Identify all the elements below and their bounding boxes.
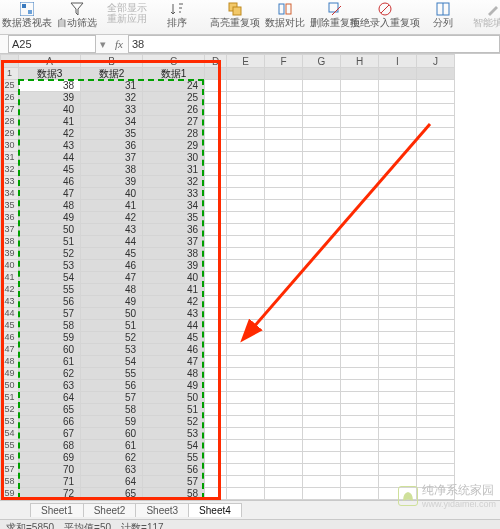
cell[interactable]: 43 bbox=[143, 308, 205, 320]
table-row[interactable]: 60 73 66 59 bbox=[1, 500, 455, 501]
cell[interactable] bbox=[417, 308, 455, 320]
row-header[interactable]: 34 bbox=[1, 188, 19, 200]
cell[interactable] bbox=[265, 452, 303, 464]
cell[interactable]: 53 bbox=[81, 344, 143, 356]
cell[interactable] bbox=[303, 320, 341, 332]
cell[interactable]: 57 bbox=[143, 476, 205, 488]
fx-icon[interactable]: fx bbox=[110, 38, 128, 50]
cmd-smart-fill[interactable]: 智能填充 bbox=[470, 2, 500, 28]
row-header[interactable]: 44 bbox=[1, 308, 19, 320]
cell[interactable] bbox=[417, 380, 455, 392]
table-row[interactable]: 48 61 54 47 bbox=[1, 356, 455, 368]
cell[interactable]: 72 bbox=[19, 488, 81, 500]
cell[interactable] bbox=[417, 428, 455, 440]
cell[interactable] bbox=[341, 200, 379, 212]
cell[interactable] bbox=[205, 260, 227, 272]
cell[interactable] bbox=[265, 344, 303, 356]
cell[interactable] bbox=[227, 260, 265, 272]
cell[interactable]: 43 bbox=[81, 224, 143, 236]
table-row[interactable]: 50 63 56 49 bbox=[1, 380, 455, 392]
cell[interactable]: 51 bbox=[143, 404, 205, 416]
cell[interactable] bbox=[205, 392, 227, 404]
cell[interactable]: 70 bbox=[19, 464, 81, 476]
cell[interactable] bbox=[265, 368, 303, 380]
cell[interactable]: 47 bbox=[19, 188, 81, 200]
cell[interactable] bbox=[341, 488, 379, 500]
cell[interactable] bbox=[341, 152, 379, 164]
cell[interactable]: 64 bbox=[19, 392, 81, 404]
cell[interactable] bbox=[303, 152, 341, 164]
cell[interactable] bbox=[303, 224, 341, 236]
cell[interactable] bbox=[205, 248, 227, 260]
cell[interactable] bbox=[303, 116, 341, 128]
cell[interactable] bbox=[341, 440, 379, 452]
cell[interactable] bbox=[379, 236, 417, 248]
row-header[interactable]: 33 bbox=[1, 176, 19, 188]
cell[interactable] bbox=[205, 200, 227, 212]
cell[interactable] bbox=[227, 452, 265, 464]
cell[interactable] bbox=[265, 80, 303, 92]
cell[interactable] bbox=[417, 272, 455, 284]
cell[interactable] bbox=[379, 68, 417, 80]
col-header[interactable]: F bbox=[265, 55, 303, 68]
cell[interactable]: 71 bbox=[19, 476, 81, 488]
column-header-row[interactable]: A B C D E F G H I J bbox=[1, 55, 455, 68]
row-header[interactable]: 29 bbox=[1, 128, 19, 140]
cell[interactable] bbox=[341, 416, 379, 428]
cell[interactable]: 数据1 bbox=[143, 68, 205, 80]
cell[interactable] bbox=[227, 428, 265, 440]
cell[interactable] bbox=[417, 392, 455, 404]
cell[interactable] bbox=[303, 356, 341, 368]
cell[interactable] bbox=[417, 332, 455, 344]
cell[interactable] bbox=[205, 212, 227, 224]
row-header[interactable]: 57 bbox=[1, 464, 19, 476]
cell[interactable] bbox=[341, 140, 379, 152]
cell[interactable]: 61 bbox=[19, 356, 81, 368]
cell[interactable] bbox=[205, 452, 227, 464]
cell[interactable] bbox=[205, 488, 227, 500]
sheet-tab-2[interactable]: Sheet2 bbox=[83, 503, 137, 517]
cell[interactable] bbox=[205, 440, 227, 452]
cell[interactable]: 30 bbox=[143, 152, 205, 164]
cell[interactable] bbox=[265, 284, 303, 296]
sheet-tab-4[interactable]: Sheet4 bbox=[188, 503, 242, 517]
cell[interactable] bbox=[227, 392, 265, 404]
cell[interactable]: 31 bbox=[143, 164, 205, 176]
table-row[interactable]: 42 55 48 41 bbox=[1, 284, 455, 296]
cell[interactable]: 53 bbox=[143, 428, 205, 440]
cell[interactable]: 73 bbox=[19, 500, 81, 501]
cell[interactable] bbox=[205, 296, 227, 308]
cell[interactable] bbox=[417, 116, 455, 128]
cell[interactable] bbox=[341, 164, 379, 176]
table-row[interactable]: 27 40 33 26 bbox=[1, 104, 455, 116]
cell[interactable]: 33 bbox=[143, 188, 205, 200]
cell[interactable]: 29 bbox=[143, 140, 205, 152]
name-box-chevron-icon[interactable]: ▾ bbox=[96, 38, 110, 51]
cell[interactable] bbox=[341, 392, 379, 404]
cell[interactable] bbox=[341, 368, 379, 380]
cell[interactable]: 59 bbox=[143, 500, 205, 501]
cell[interactable]: 61 bbox=[81, 440, 143, 452]
cell[interactable] bbox=[341, 296, 379, 308]
cell[interactable]: 41 bbox=[143, 284, 205, 296]
cell[interactable] bbox=[227, 344, 265, 356]
cell[interactable] bbox=[265, 308, 303, 320]
cell[interactable]: 58 bbox=[81, 404, 143, 416]
cell[interactable] bbox=[265, 320, 303, 332]
cell[interactable] bbox=[227, 188, 265, 200]
cell[interactable]: 46 bbox=[81, 260, 143, 272]
cell[interactable] bbox=[205, 416, 227, 428]
cell[interactable] bbox=[227, 380, 265, 392]
cell[interactable] bbox=[205, 80, 227, 92]
cell[interactable] bbox=[205, 188, 227, 200]
cell[interactable]: 58 bbox=[19, 320, 81, 332]
cell[interactable] bbox=[265, 188, 303, 200]
cell[interactable] bbox=[417, 128, 455, 140]
cell[interactable] bbox=[379, 272, 417, 284]
cell[interactable] bbox=[265, 332, 303, 344]
cell[interactable] bbox=[205, 140, 227, 152]
cell[interactable] bbox=[341, 344, 379, 356]
cell[interactable] bbox=[227, 176, 265, 188]
cell[interactable]: 50 bbox=[19, 224, 81, 236]
cell[interactable] bbox=[417, 284, 455, 296]
